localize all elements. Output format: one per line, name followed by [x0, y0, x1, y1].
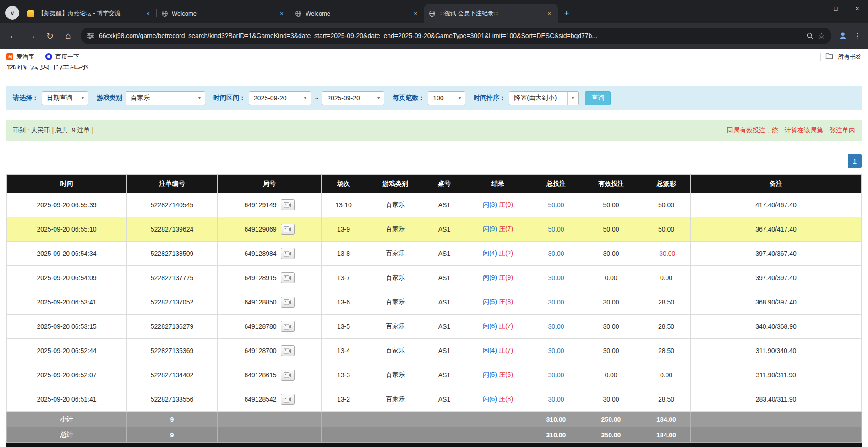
bookmark-taobao[interactable]: 淘 爱淘宝 [6, 53, 34, 61]
site-controls-icon[interactable] [87, 32, 94, 39]
result-pair: 闲(5) 庄(8) [483, 298, 513, 305]
total-total-bet: 310.00 [532, 427, 580, 443]
time-sort-combobox[interactable]: 降幂(由大到小) ▼ [509, 91, 579, 105]
cell-time: 2025-09-20 06:54:34 [7, 242, 127, 266]
home-button[interactable]: ⌂ [60, 27, 77, 44]
browser-tab-bet-record-active[interactable]: :::视讯 会员下注纪录::: × [424, 4, 558, 23]
total-bet-link[interactable]: 30.00 [548, 371, 564, 379]
cell-total-bet: 30.00 [532, 290, 580, 315]
cell-session: 13-9 [322, 217, 366, 242]
column-header: 总派彩 [642, 175, 691, 193]
cell-session: 13-6 [322, 290, 366, 315]
total-bet-link[interactable]: 50.00 [548, 226, 564, 233]
total-bet-link[interactable]: 30.00 [548, 347, 564, 354]
subtotal-valid-bet: 250.00 [580, 412, 642, 427]
date-end-value[interactable]: 2025-09-20 [322, 92, 373, 105]
per-page-value[interactable]: 100 [428, 92, 454, 105]
browser-tab-welcome-1[interactable]: Welcome × [157, 4, 290, 23]
cell-valid-bet: 30.00 [580, 242, 642, 266]
bookmark-label: 百度一下 [55, 53, 79, 61]
address-bar[interactable]: 66cxkj98.com/game/betrecord_search/kind3… [81, 28, 831, 44]
round-video-button[interactable] [281, 272, 295, 283]
cell-round: 649128984 [218, 242, 322, 266]
refresh-button[interactable]: ↻ [41, 27, 59, 44]
round-video-button[interactable] [281, 199, 295, 210]
empty-cell [218, 427, 322, 443]
column-header: 游戏类别 [366, 175, 425, 193]
forward-button[interactable]: → [23, 27, 40, 44]
close-window-button[interactable]: × [846, 0, 868, 17]
total-bet-link[interactable]: 30.00 [548, 323, 564, 330]
cell-payout: 0.00 [642, 266, 691, 290]
bookmark-baidu[interactable]: 百度一下 [45, 53, 79, 61]
valid-bet-notice-text: 同局有效投注，统一计算在该局第一张注单内 [727, 127, 855, 135]
round-number: 649129149 [244, 201, 276, 209]
empty-cell [425, 427, 464, 443]
result-banker: 庄(7) [499, 347, 513, 354]
all-bookmarks-label[interactable]: 所有书签 [838, 53, 862, 61]
round-video-button[interactable] [281, 248, 295, 259]
chevron-down-icon[interactable]: ▼ [454, 92, 465, 105]
column-header: 总投注 [532, 175, 580, 193]
time-sort-value[interactable]: 降幂(由大到小) [509, 92, 567, 105]
tab-close-icon[interactable]: × [278, 9, 286, 17]
browser-tab-forum[interactable]: 【新提醒】海燕论坛 - 博学交流 × [23, 4, 157, 23]
chevron-down-icon[interactable]: ▼ [567, 92, 578, 105]
new-tab-button[interactable]: + [560, 6, 573, 20]
cell-time: 2025-09-20 06:53:41 [7, 290, 127, 315]
round-video-button[interactable] [281, 394, 295, 405]
total-label: 总计 [7, 427, 127, 443]
browser-tab-welcome-2[interactable]: Welcome × [290, 4, 424, 23]
minimize-button[interactable]: — [803, 0, 825, 17]
url-text[interactable]: 66cxkj98.com/game/betrecord_search/kind3… [99, 32, 802, 39]
cell-bet-number: 522827137775 [127, 266, 218, 290]
total-bet-link[interactable]: 30.00 [548, 274, 564, 281]
subtotal-payout: 184.00 [642, 412, 691, 427]
back-button[interactable]: ← [5, 27, 22, 44]
total-bet-link[interactable]: 30.00 [548, 396, 564, 403]
cell-table-number: AS1 [425, 266, 464, 290]
game-type-combobox[interactable]: 百家乐 ▼ [126, 91, 205, 105]
per-page-combobox[interactable]: 100 ▼ [428, 91, 465, 105]
result-banker: 庄(7) [499, 322, 513, 330]
chevron-down-icon[interactable]: ▼ [300, 92, 311, 105]
round-number: 649128850 [244, 298, 276, 306]
cell-payout: 28.50 [642, 339, 691, 363]
round-video-button[interactable] [281, 224, 295, 235]
maximize-button[interactable]: □ [825, 0, 846, 17]
date-start-picker[interactable]: 2025-09-20 ▼ [249, 91, 311, 105]
tab-search-button[interactable]: ∨ [5, 6, 19, 20]
chevron-down-icon[interactable]: ▼ [77, 92, 88, 105]
game-type-value[interactable]: 百家乐 [126, 92, 194, 105]
tab-close-icon[interactable]: × [545, 9, 553, 17]
query-type-combobox[interactable]: 日期查询 ▼ [42, 91, 88, 105]
empty-cell [366, 427, 425, 443]
total-bet-link[interactable]: 30.00 [548, 250, 564, 257]
cell-bet-number: 522827134402 [127, 363, 218, 387]
tab-close-icon[interactable]: × [144, 9, 152, 17]
query-type-value[interactable]: 日期查询 [42, 92, 77, 105]
round-number: 649129069 [244, 226, 276, 233]
profile-avatar-icon[interactable] [835, 28, 851, 44]
chevron-down-icon[interactable]: ▼ [373, 92, 384, 105]
total-bet-link[interactable]: 50.00 [548, 201, 564, 209]
cell-bet-number: 522827138509 [127, 242, 218, 266]
date-start-value[interactable]: 2025-09-20 [249, 92, 300, 105]
browser-menu-icon[interactable]: ⋮ [852, 28, 863, 44]
round-video-button[interactable] [281, 370, 295, 381]
round-video-button[interactable] [281, 321, 295, 332]
tab-close-icon[interactable]: × [411, 9, 420, 17]
round-video-button[interactable] [281, 297, 295, 308]
page-1-button[interactable]: 1 [848, 154, 862, 168]
round-video-button[interactable] [281, 345, 295, 356]
empty-cell [322, 412, 366, 427]
date-end-picker[interactable]: 2025-09-20 ▼ [322, 91, 384, 105]
zoom-icon[interactable] [806, 32, 813, 39]
total-bet-link[interactable]: 30.00 [548, 298, 564, 306]
cell-game-type: 百家乐 [366, 217, 425, 242]
search-button[interactable]: 查询 [585, 91, 611, 105]
bookmark-star-icon[interactable]: ☆ [818, 31, 825, 41]
chevron-down-icon[interactable]: ▼ [194, 92, 205, 105]
result-player: 闲(5) [483, 371, 497, 378]
cell-game-type: 百家乐 [366, 339, 425, 363]
